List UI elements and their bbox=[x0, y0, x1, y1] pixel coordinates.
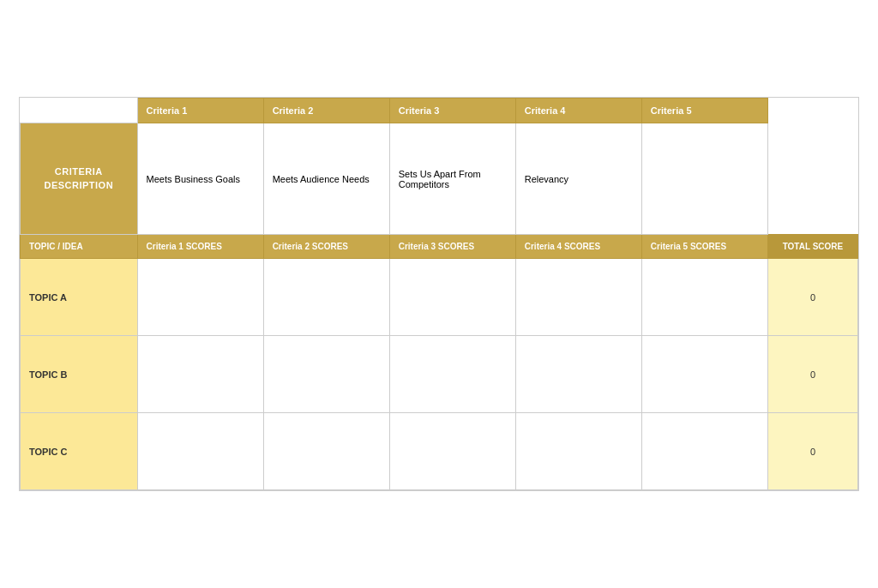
topic-b-score-1[interactable] bbox=[137, 336, 263, 413]
criteria-description-label: CRITERIA DESCRIPTION bbox=[21, 123, 138, 235]
criteria-3-header: Criteria 3 bbox=[389, 99, 515, 123]
topic-a-score-4[interactable] bbox=[515, 259, 641, 336]
criteria-1-scores-header: Criteria 1 SCORES bbox=[137, 235, 263, 259]
total-score-header: TOTAL SCORE bbox=[767, 235, 857, 259]
topic-c-score-2[interactable] bbox=[263, 413, 389, 490]
topic-b-row: TOPIC B 0 bbox=[21, 336, 858, 413]
criteria-4-description: Relevancy bbox=[515, 123, 641, 235]
topic-b-score-3[interactable] bbox=[389, 336, 515, 413]
topic-a-total: 0 bbox=[767, 259, 857, 336]
criteria-2-scores-header: Criteria 2 SCORES bbox=[263, 235, 389, 259]
topic-b-score-5[interactable] bbox=[641, 336, 767, 413]
topic-c-row: TOPIC C 0 bbox=[21, 413, 858, 490]
topic-c-score-4[interactable] bbox=[515, 413, 641, 490]
topic-c-score-1[interactable] bbox=[137, 413, 263, 490]
topic-a-score-2[interactable] bbox=[263, 259, 389, 336]
criteria-header-row: Criteria 1 Criteria 2 Criteria 3 Criteri… bbox=[21, 99, 858, 123]
topic-a-row: TOPIC A 0 bbox=[21, 259, 858, 336]
topic-c-score-5[interactable] bbox=[641, 413, 767, 490]
topic-c-score-3[interactable] bbox=[389, 413, 515, 490]
topic-b-label: TOPIC B bbox=[21, 336, 138, 413]
criteria-1-description: Meets Business Goals bbox=[137, 123, 263, 235]
header-empty-cell bbox=[21, 99, 138, 123]
topic-b-score-4[interactable] bbox=[515, 336, 641, 413]
topic-a-score-5[interactable] bbox=[641, 259, 767, 336]
criteria-4-header: Criteria 4 bbox=[515, 99, 641, 123]
criteria-2-header: Criteria 2 bbox=[263, 99, 389, 123]
topic-c-total: 0 bbox=[767, 413, 857, 490]
topic-a-label: TOPIC A bbox=[21, 259, 138, 336]
topic-b-score-2[interactable] bbox=[263, 336, 389, 413]
criteria-description-row: CRITERIA DESCRIPTION Meets Business Goal… bbox=[21, 123, 858, 235]
topic-c-label: TOPIC C bbox=[21, 413, 138, 490]
criteria-1-header: Criteria 1 bbox=[137, 99, 263, 123]
scores-header-row: TOPIC / IDEA Criteria 1 SCORES Criteria … bbox=[21, 235, 858, 259]
criteria-3-scores-header: Criteria 3 SCORES bbox=[389, 235, 515, 259]
criteria-4-scores-header: Criteria 4 SCORES bbox=[515, 235, 641, 259]
criteria-3-description: Sets Us Apart From Competitors bbox=[389, 123, 515, 235]
criteria-5-header: Criteria 5 bbox=[641, 99, 767, 123]
scoring-matrix: Criteria 1 Criteria 2 Criteria 3 Criteri… bbox=[19, 97, 859, 491]
criteria-5-scores-header: Criteria 5 SCORES bbox=[641, 235, 767, 259]
topic-a-score-3[interactable] bbox=[389, 259, 515, 336]
criteria-5-description bbox=[641, 123, 767, 235]
criteria-2-description: Meets Audience Needs bbox=[263, 123, 389, 235]
topic-idea-header: TOPIC / IDEA bbox=[21, 235, 138, 259]
desc-row-total-empty bbox=[767, 123, 857, 235]
topic-b-total: 0 bbox=[767, 336, 857, 413]
topic-a-score-1[interactable] bbox=[137, 259, 263, 336]
header-total-empty bbox=[767, 99, 857, 123]
